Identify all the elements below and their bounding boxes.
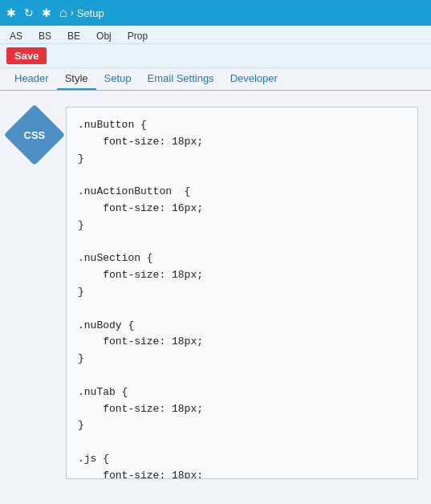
tab-style[interactable]: Style bbox=[57, 68, 96, 90]
plugin-icon[interactable]: ✱ bbox=[6, 6, 16, 19]
tab-developer[interactable]: Developer bbox=[222, 68, 286, 90]
save-button[interactable]: Save bbox=[6, 47, 47, 64]
tab-header[interactable]: Header bbox=[6, 68, 57, 90]
code-editor[interactable]: .nuButton { font-size: 18px; } .nuAction… bbox=[66, 107, 418, 479]
main-toolbar: ✱ ↻ ✱ ⌂ › Setup bbox=[0, 0, 431, 26]
sub-tab-obj[interactable]: Obj bbox=[93, 29, 115, 43]
breadcrumb: ⌂ › Setup bbox=[59, 6, 104, 20]
breadcrumb-label: Setup bbox=[77, 7, 104, 19]
refresh-icon[interactable]: ↻ bbox=[24, 6, 34, 19]
tab-setup[interactable]: Setup bbox=[96, 68, 140, 90]
content-area: CSS .nuButton { font-size: 18px; } .nuAc… bbox=[0, 91, 431, 495]
save-row: Save bbox=[0, 44, 431, 68]
sub-tab-as[interactable]: AS bbox=[6, 29, 26, 43]
sub-tab-prop[interactable]: Prop bbox=[124, 29, 151, 43]
tab-email-settings[interactable]: Email Settings bbox=[140, 68, 222, 90]
sub-tab-be[interactable]: BE bbox=[64, 29, 83, 43]
settings-icon[interactable]: ✱ bbox=[42, 6, 51, 19]
sub-toolbar: AS BS BE Obj Prop bbox=[0, 26, 431, 44]
breadcrumb-separator: › bbox=[71, 7, 74, 18]
home-icon[interactable]: ⌂ bbox=[59, 6, 67, 20]
css-diamond-icon: CSS bbox=[4, 104, 65, 165]
sub-tab-bs[interactable]: BS bbox=[35, 29, 55, 43]
css-icon-wrap: CSS bbox=[13, 107, 56, 479]
main-tabs: Header Style Setup Email Settings Develo… bbox=[0, 68, 431, 91]
css-icon-label: CSS bbox=[24, 128, 46, 140]
